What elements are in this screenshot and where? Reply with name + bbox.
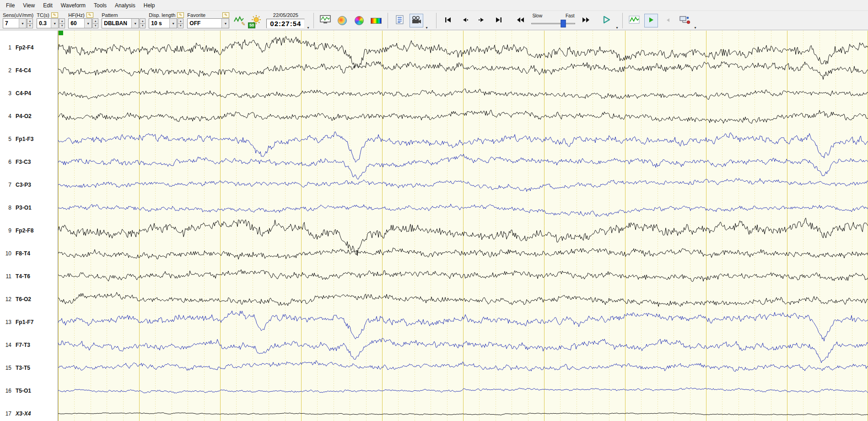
tc-combo[interactable]: 0.3 ▼ — [37, 18, 59, 28]
channel-row[interactable]: 2F4-C4 — [0, 66, 58, 75]
skip-to-end-button[interactable] — [492, 14, 506, 27]
slow-label: Slow — [532, 13, 542, 19]
tc-spinner[interactable]: ▲ ▼ — [59, 18, 65, 28]
waveform-edit-button[interactable]: ✎ — [232, 14, 246, 27]
hf-combo[interactable]: 60 ▼ — [68, 18, 92, 28]
menu-tools[interactable]: Tools — [90, 0, 111, 11]
menu-analysis[interactable]: Analysis — [111, 0, 140, 11]
spin-down-icon[interactable]: ▼ — [59, 24, 65, 29]
spin-up-icon[interactable]: ▲ — [92, 18, 98, 24]
favorite-edit-icon[interactable]: ✎ — [222, 12, 229, 18]
channel-number: 13 — [0, 319, 11, 325]
channel-number: 14 — [0, 342, 11, 348]
display-length-spinner[interactable]: ▲ ▼ — [178, 18, 183, 28]
play-button[interactable] — [600, 14, 614, 27]
eeg-canvas[interactable] — [58, 31, 868, 421]
favorite-combo[interactable]: OFF ▼ — [187, 18, 229, 28]
display-length-combo[interactable]: 10 s ▼ — [149, 18, 177, 28]
channel-number: 5 — [0, 136, 11, 142]
color-scale-button[interactable] — [369, 14, 383, 27]
spin-down-icon[interactable]: ▼ — [140, 24, 146, 29]
dropdown-arrow-icon[interactable]: ▼ — [221, 19, 229, 28]
pattern-spinner[interactable]: ▲ ▼ — [140, 18, 146, 28]
channel-row[interactable]: 14F7-T3 — [0, 341, 58, 349]
channel-label: P4-O2 — [16, 113, 32, 119]
prev-event-button[interactable] — [661, 14, 675, 27]
time-options-caret-icon[interactable]: ▾ — [307, 26, 309, 30]
play-options-caret-icon[interactable]: ▾ — [616, 26, 618, 30]
channel-row[interactable]: 12T6-O2 — [0, 295, 58, 303]
green-play-icon — [647, 16, 655, 25]
spin-up-icon[interactable]: ▲ — [59, 18, 65, 24]
3d-map-button[interactable] — [352, 14, 366, 27]
channel-label: Fp1-F3 — [16, 136, 33, 142]
channel-row[interactable]: 11T4-T6 — [0, 272, 58, 281]
dropdown-arrow-icon[interactable]: ▼ — [169, 19, 177, 28]
spin-up-icon[interactable]: ▲ — [27, 18, 33, 24]
pattern-combo[interactable]: DBLBAN ▼ — [102, 18, 139, 28]
waveform-monitor-button[interactable] — [318, 14, 332, 27]
spin-down-icon[interactable]: ▼ — [178, 24, 183, 29]
channel-row[interactable]: 16T5-O1 — [0, 387, 58, 395]
hf-value: 60 — [69, 20, 84, 27]
menu-view[interactable]: View — [19, 0, 39, 11]
spin-up-icon[interactable]: ▲ — [140, 18, 146, 24]
dropdown-arrow-icon[interactable]: ▼ — [51, 19, 58, 28]
dropdown-arrow-icon[interactable]: ▼ — [131, 19, 139, 28]
channel-row[interactable]: 6F3-C3 — [0, 158, 58, 166]
menu-edit[interactable]: Edit — [39, 0, 57, 11]
menu-file[interactable]: File — [2, 0, 19, 11]
speed-slider-thumb[interactable] — [561, 20, 566, 27]
tc-edit-icon[interactable]: ✎ — [51, 12, 58, 18]
channel-row[interactable]: 4P4-O2 — [0, 112, 58, 120]
hf-edit-icon[interactable]: ✎ — [86, 12, 93, 18]
report-list-icon — [396, 15, 404, 26]
spin-up-icon[interactable]: ▲ — [178, 18, 183, 24]
channel-label: F8-T4 — [16, 250, 30, 257]
dropdown-arrow-icon[interactable]: ▼ — [19, 19, 26, 28]
eeg-area: 1Fp2-F42F4-C43C4-P44P4-O25Fp1-F36F3-C37C… — [0, 31, 868, 421]
montage-caret-icon[interactable]: ▾ — [694, 26, 696, 30]
hf-spinner[interactable]: ▲ ▼ — [92, 18, 98, 28]
channel-number: 10 — [0, 250, 11, 257]
channel-row[interactable]: 8P3-O1 — [0, 204, 58, 212]
channel-row[interactable]: 10F8-T4 — [0, 249, 58, 258]
channel-row[interactable]: 3C4-P4 — [0, 89, 58, 97]
montage-config-button[interactable] — [678, 14, 692, 27]
channel-row[interactable]: 1Fp2-F4 — [0, 43, 58, 52]
speed-slider[interactable] — [530, 19, 576, 27]
step-forward-button[interactable] — [475, 14, 489, 27]
channel-row[interactable]: 9Fp2-F8 — [0, 227, 58, 235]
channel-label: F4-C4 — [16, 67, 31, 74]
auto-play-button[interactable] — [644, 14, 658, 27]
display-length-edit-icon[interactable]: ✎ — [177, 12, 184, 18]
channel-row[interactable]: 17X3-X4 — [0, 410, 58, 418]
spin-down-icon[interactable]: ▼ — [92, 24, 98, 29]
channel-row[interactable]: 7C3-P3 — [0, 181, 58, 189]
channel-label: Fp2-F4 — [16, 44, 33, 51]
report-list-button[interactable] — [393, 14, 406, 27]
menu-help[interactable]: Help — [140, 0, 159, 11]
trend-graph-button[interactable] — [627, 14, 641, 27]
rewind-button[interactable] — [513, 14, 527, 27]
channel-row[interactable]: 15T3-T5 — [0, 364, 58, 372]
sensitivity-combo[interactable]: 7 ▼ — [3, 18, 27, 28]
notch-filter-button[interactable]: 50 — [249, 14, 263, 27]
speed-slider-track[interactable] — [531, 23, 575, 24]
menu-waveform[interactable]: Waveform — [57, 0, 90, 11]
skip-to-start-button[interactable] — [441, 14, 455, 27]
sensitivity-spinner[interactable]: ▲ ▼ — [27, 18, 33, 28]
pattern-value: DBLBAN — [102, 20, 131, 27]
sensitivity-label: Sens(uV/mm) — [3, 12, 33, 18]
dropdown-arrow-icon[interactable]: ▼ — [84, 19, 92, 28]
channel-number: 3 — [0, 90, 11, 97]
step-back-button[interactable] — [458, 14, 472, 27]
spin-down-icon[interactable]: ▼ — [27, 24, 33, 29]
video-options-caret-icon[interactable]: ▾ — [426, 26, 427, 30]
channel-row[interactable]: 13Fp1-F7 — [0, 318, 58, 326]
channel-row[interactable]: 5Fp1-F3 — [0, 135, 58, 143]
topography-map-button[interactable] — [335, 14, 349, 27]
video-sync-button[interactable] — [410, 14, 423, 27]
date-text: 22/05/2025 — [273, 12, 298, 19]
fast-forward-button[interactable] — [579, 14, 593, 27]
